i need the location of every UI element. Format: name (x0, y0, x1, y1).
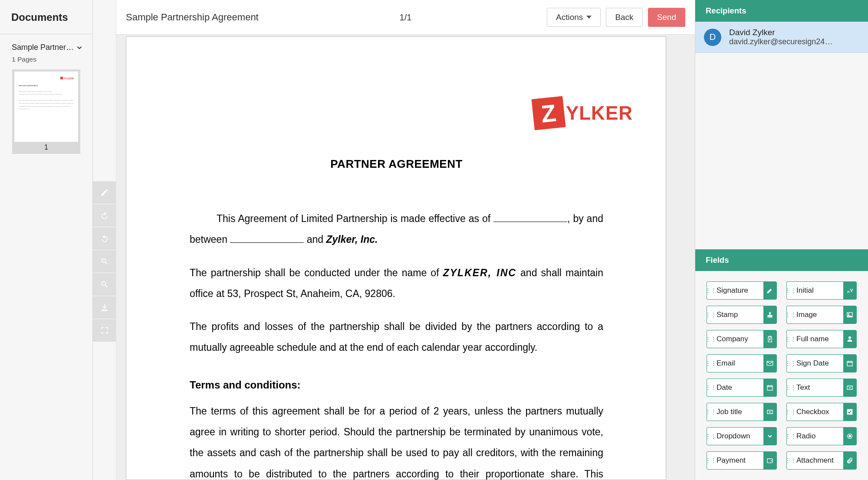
field-label: Dropdown (715, 432, 763, 441)
field-attachment[interactable]: ⋮⋮ Attachment (786, 451, 857, 470)
image-icon (843, 306, 856, 323)
dropdown-caret-icon (586, 16, 592, 19)
vertical-toolstrip (93, 0, 116, 480)
field-label: Payment (715, 456, 763, 465)
field-label: Full name (795, 335, 843, 343)
field-initial[interactable]: ⋮⋮ Initial (786, 281, 857, 300)
field-date[interactable]: ⋮⋮ Date (707, 379, 777, 397)
doc-paragraph-3: The profits and losses of the partnershi… (190, 316, 603, 358)
drag-grip-icon: ⋮⋮ (707, 360, 715, 366)
drag-grip-icon: ⋮⋮ (787, 336, 795, 342)
drag-grip-icon: ⋮⋮ (707, 433, 715, 439)
fields-grid: ⋮⋮ Signature ⋮⋮ Initial ⋮⋮ Stamp ⋮⋮ Imag… (695, 271, 868, 480)
drag-grip-icon: ⋮⋮ (787, 433, 795, 439)
field-label: Sign Date (795, 359, 843, 368)
fullscreen-tool[interactable] (93, 319, 116, 342)
drag-grip-icon: ⋮⋮ (707, 385, 715, 391)
field-dropdown[interactable]: ⋮⋮ Dropdown (707, 427, 777, 445)
page-thumbnail[interactable]: ZYLKER PARTNER AGREEMENT ─────── ─── ───… (12, 69, 80, 154)
zoom-in-tool[interactable] (93, 250, 116, 273)
recipient-row[interactable]: D David Zylker david.zylker@securesign24… (695, 22, 868, 53)
calendar-icon (843, 355, 856, 372)
field-checkbox[interactable]: ⋮⋮ Checkbox (786, 403, 857, 421)
field-label: Attachment (795, 456, 843, 465)
field-job-title[interactable]: ⋮⋮ Job title (707, 403, 777, 421)
thumbnail-page-number: 1 (12, 144, 80, 151)
download-tool[interactable] (93, 296, 116, 319)
drag-grip-icon: ⋮⋮ (707, 287, 715, 294)
drag-grip-icon: ⋮⋮ (707, 312, 715, 318)
send-button[interactable]: Send (648, 8, 685, 27)
actions-button[interactable]: Actions (547, 8, 601, 27)
field-radio[interactable]: ⋮⋮ Radio (786, 427, 857, 445)
drag-grip-icon: ⋮⋮ (787, 360, 795, 366)
field-label: Company (715, 335, 763, 343)
company-logo: Z YLKER (533, 98, 633, 129)
rotate-right-tool[interactable] (93, 204, 116, 227)
drag-grip-icon: ⋮⋮ (707, 409, 715, 415)
radio-icon (843, 428, 856, 445)
field-label: Signature (715, 286, 763, 295)
document-selector[interactable]: Sample Partners… (0, 34, 92, 56)
top-bar: Sample Partnership Agreement 1/1 Actions… (116, 0, 695, 35)
doc-paragraph-2: The partnership shall be conducted under… (190, 262, 603, 304)
recipient-email: david.zylker@securesign24… (729, 37, 832, 46)
field-label: Image (795, 310, 843, 319)
drag-grip-icon: ⋮⋮ (787, 287, 795, 294)
drag-grip-icon: ⋮⋮ (787, 385, 795, 391)
field-image[interactable]: ⋮⋮ Image (786, 306, 857, 324)
textbox-icon (763, 403, 776, 421)
textbox-icon (843, 379, 856, 396)
recipients-header: Recipients (695, 0, 868, 22)
field-full-name[interactable]: ⋮⋮ Full name (786, 330, 857, 348)
field-stamp[interactable]: ⋮⋮ Stamp (707, 306, 777, 324)
field-signature[interactable]: ⋮⋮ Signature (707, 281, 777, 300)
doc-paragraph-4: The terms of this agreement shall be for… (190, 401, 603, 480)
clipboard-icon (763, 330, 776, 348)
pages-count: 1 Pages (0, 56, 92, 69)
stamp-icon (763, 306, 776, 323)
envelope-icon (763, 355, 776, 372)
wallet-icon (763, 452, 776, 469)
page-indicator: 1/1 (400, 13, 412, 23)
drag-grip-icon: ⋮⋮ (787, 409, 795, 415)
field-label: Checkbox (795, 408, 843, 416)
fields-header: Fields (695, 249, 868, 271)
terms-heading: Terms and conditions: (190, 379, 603, 391)
back-button[interactable]: Back (606, 8, 642, 27)
recipient-name: David Zylker (729, 28, 832, 37)
document-title: Sample Partnership Agreement (126, 12, 259, 23)
pen-icon (763, 282, 776, 299)
drag-grip-icon: ⋮⋮ (787, 457, 795, 464)
document-area: Sample Partnership Agreement 1/1 Actions… (116, 0, 695, 480)
field-payment[interactable]: ⋮⋮ Payment (707, 451, 777, 470)
drag-grip-icon: ⋮⋮ (707, 457, 715, 464)
chevron-icon (763, 428, 776, 445)
document-name: Sample Partners… (12, 43, 75, 52)
field-text[interactable]: ⋮⋮ Text (786, 379, 857, 397)
zoom-out-tool[interactable] (93, 273, 116, 296)
field-sign-date[interactable]: ⋮⋮ Sign Date (786, 354, 857, 372)
avatar: D (704, 29, 721, 46)
initial-icon (843, 282, 856, 299)
field-label: Email (715, 359, 763, 368)
chevron-down-icon (75, 43, 84, 52)
drag-grip-icon: ⋮⋮ (707, 336, 715, 342)
field-label: Stamp (715, 310, 763, 319)
clip-icon (843, 452, 856, 469)
documents-sidebar: Documents Sample Partners… 1 Pages ZYLKE… (0, 0, 93, 480)
edit-tool[interactable] (93, 181, 116, 204)
field-email[interactable]: ⋮⋮ Email (707, 354, 777, 372)
sidebar-header: Documents (0, 0, 92, 34)
field-company[interactable]: ⋮⋮ Company (707, 330, 777, 348)
field-label: Initial (795, 286, 843, 295)
person-icon (843, 330, 856, 348)
document-heading: PARTNER AGREEMENT (190, 157, 603, 171)
checkbox-icon (843, 403, 856, 421)
document-page[interactable]: Z YLKER PARTNER AGREEMENT This Agreement… (126, 36, 666, 480)
rotate-left-tool[interactable] (93, 227, 116, 250)
doc-paragraph-1: This Agreement of Limited Partnership is… (190, 208, 603, 250)
field-label: Text (795, 383, 843, 392)
field-label: Radio (795, 432, 843, 441)
right-sidebar: Recipients D David Zylker david.zylker@s… (695, 0, 868, 480)
